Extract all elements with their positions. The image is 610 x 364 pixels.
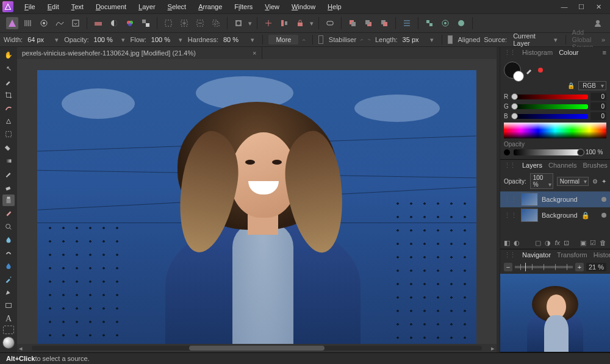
adjustment-layer-icon[interactable]: ◐ [514, 239, 520, 247]
liquify-persona-icon[interactable] [22, 17, 34, 29]
source-select[interactable]: Current Layer▾ [511, 34, 559, 45]
auto-wb-icon[interactable] [140, 17, 152, 29]
navigator-thumbnail[interactable] [500, 274, 610, 352]
menu-window[interactable]: Window [285, 1, 321, 12]
target-icon[interactable] [439, 17, 451, 29]
develop-persona-icon[interactable] [38, 17, 50, 29]
clone-tool-icon[interactable] [2, 194, 15, 207]
export-persona-icon[interactable] [70, 17, 82, 29]
more-button[interactable]: More [268, 35, 298, 45]
pen-tool-icon[interactable] [2, 287, 15, 299]
flood-fill-tool-icon[interactable] [2, 141, 15, 154]
b-value[interactable]: 0 [590, 112, 606, 120]
add-adjustment-icon[interactable]: ◑ [545, 239, 551, 247]
add-pixel-layer-icon[interactable]: ☑ [590, 239, 596, 247]
menu-filters[interactable]: Filters [228, 1, 259, 12]
tab-histogram[interactable]: Histogram [522, 48, 553, 57]
insert-icon[interactable] [455, 17, 467, 29]
rope-mode-icon[interactable] [360, 35, 364, 44]
sponge-tool-icon[interactable] [2, 260, 15, 273]
mask-layer-icon[interactable]: ◧ [504, 239, 510, 247]
length-input[interactable]: ▾ [401, 34, 436, 45]
horizontal-scrollbar[interactable]: ◂ ▸ [17, 344, 497, 352]
snap-icon[interactable] [262, 17, 274, 29]
layer-opacity-select[interactable]: 100 % [530, 173, 553, 189]
panel-grip-icon[interactable]: ⋮⋮ [504, 162, 515, 170]
flood-select-tool-icon[interactable] [2, 115, 15, 127]
panel-menu-icon[interactable]: ≡ [603, 49, 606, 56]
paint-brush-tool-icon[interactable] [2, 168, 15, 180]
account-icon[interactable] [592, 17, 604, 29]
overflow-icon[interactable]: » [601, 36, 606, 43]
layer-row[interactable]: ⋮⋮ Background 🔒 [500, 207, 610, 223]
menu-edit[interactable]: Edit [41, 1, 65, 12]
selection-add-icon[interactable] [178, 17, 190, 29]
tab-colour[interactable]: Colour [559, 48, 578, 57]
width-input[interactable]: ▾ [26, 34, 60, 45]
tonemap-persona-icon[interactable] [54, 17, 66, 29]
color-swatch[interactable] [2, 337, 15, 349]
menu-view[interactable]: View [259, 1, 285, 12]
retouch-tool-icon[interactable] [2, 273, 15, 285]
blur-tool-icon[interactable] [2, 234, 15, 246]
document-tab[interactable]: pexels-vinicius-wiesehofer-1130624.jpg [… [17, 47, 262, 59]
menu-file[interactable]: File [18, 1, 41, 12]
add-mask-icon[interactable]: ▢ [535, 239, 541, 247]
blend-mode-select[interactable]: Normal [557, 177, 589, 186]
tab-brushes[interactable]: Brushes [583, 160, 608, 170]
add-fx-icon[interactable]: fx [554, 239, 560, 247]
order-forward-icon[interactable] [378, 17, 390, 29]
menu-layer[interactable]: Layer [132, 1, 162, 12]
zoom-in-button[interactable]: + [575, 263, 584, 271]
delete-layer-icon[interactable]: 🗑 [600, 239, 606, 247]
crop-tool-icon[interactable] [2, 89, 15, 101]
selection-intersect-icon[interactable] [210, 17, 222, 29]
auto-levels-icon[interactable] [92, 17, 104, 29]
lock-icon[interactable]: 🔒 [567, 82, 575, 89]
selection-new-icon[interactable] [162, 17, 174, 29]
inpainting-tool-icon[interactable] [2, 207, 15, 219]
r-slider[interactable] [512, 95, 588, 99]
layer-row[interactable]: ⋮⋮ Background [500, 191, 610, 207]
window-minimize[interactable]: — [560, 3, 569, 11]
zoom-tool-icon[interactable] [3, 326, 14, 334]
menu-select[interactable]: Select [162, 1, 193, 12]
align-icon[interactable] [278, 17, 290, 29]
opacity-input[interactable]: ▾ [93, 34, 127, 45]
layer-name[interactable]: Background [542, 196, 578, 203]
rectangle-tool-icon[interactable] [2, 299, 15, 312]
lock-icon[interactable]: 🔒 [581, 212, 590, 219]
layer-visibility-icon[interactable] [601, 213, 606, 218]
order-front-icon[interactable] [346, 17, 359, 29]
arrange-icon[interactable] [401, 17, 413, 29]
panel-grip-icon[interactable]: ⋮⋮ [504, 251, 515, 259]
close-tab-icon[interactable]: × [253, 49, 256, 57]
recent-color-dot[interactable] [538, 68, 543, 73]
eyedropper-icon[interactable] [525, 65, 534, 75]
window-close[interactable]: ✕ [594, 3, 603, 11]
move-tool-icon[interactable]: ↖ [2, 63, 15, 75]
opacity-slider[interactable] [514, 149, 582, 155]
layer-visibility-icon[interactable] [601, 197, 606, 202]
aligned-checkbox[interactable] [448, 35, 452, 44]
window-maximize[interactable]: ☐ [577, 3, 586, 11]
menu-text[interactable]: Text [65, 1, 90, 12]
marquee-tool-icon[interactable] [2, 129, 15, 141]
stabiliser-checkbox[interactable] [318, 35, 323, 44]
selection-subtract-icon[interactable] [194, 17, 206, 29]
menu-arrange[interactable]: Arrange [192, 1, 228, 12]
zoom-out-button[interactable]: − [504, 263, 512, 271]
lock-children-icon[interactable] [294, 17, 306, 29]
r-value[interactable]: 0 [590, 93, 606, 101]
zoom-value[interactable]: 21 % [586, 263, 606, 271]
quickmask-icon[interactable] [232, 17, 245, 29]
assistant-icon[interactable] [324, 17, 336, 29]
photo-persona-icon[interactable] [6, 17, 18, 29]
panel-grip-icon[interactable]: ⋮⋮ [504, 49, 515, 57]
tab-transform[interactable]: Transform [557, 250, 587, 260]
group-layers-icon[interactable]: ▣ [580, 239, 586, 247]
menu-document[interactable]: Document [90, 1, 132, 12]
crop-to-canvas-icon[interactable]: ⊡ [564, 239, 569, 247]
tab-history[interactable]: History [594, 250, 610, 260]
menu-help[interactable]: Help [321, 1, 348, 12]
